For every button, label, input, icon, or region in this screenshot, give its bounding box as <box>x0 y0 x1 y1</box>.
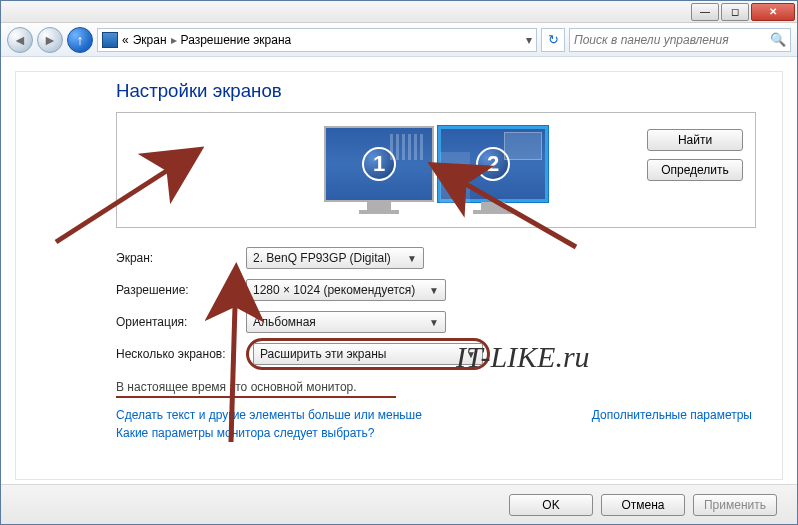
minimize-icon: — <box>700 6 710 17</box>
row-multi: Несколько экранов: Расширить эти экраны … <box>116 338 752 370</box>
select-multi[interactable]: Расширить эти экраны ▼ <box>253 343 483 365</box>
monitor-1[interactable]: 1 <box>324 126 434 214</box>
breadcrumb[interactable]: « Экран ▸ Разрешение экрана ▾ <box>97 28 537 52</box>
monitor-2[interactable]: 2 <box>438 126 548 214</box>
page-title: Настройки экранов <box>116 80 782 102</box>
select-screen[interactable]: 2. BenQ FP93GP (Digital) ▼ <box>246 247 424 269</box>
up-button[interactable]: ↑ <box>67 27 93 53</box>
cancel-button[interactable]: Отмена <box>601 494 685 516</box>
search-icon[interactable]: 🔍 <box>770 32 786 47</box>
select-resolution-value: 1280 × 1024 (рекомендуется) <box>253 283 415 297</box>
chevron-down-icon: ▼ <box>407 253 417 264</box>
primary-monitor-note: В настоящее время это основной монитор. <box>116 380 782 394</box>
forward-arrow-icon: ► <box>43 32 57 48</box>
link-bigger-text[interactable]: Сделать текст и другие элементы больше и… <box>116 408 422 422</box>
chevron-down-icon: ▼ <box>429 317 439 328</box>
link-advanced[interactable]: Дополнительные параметры <box>592 408 752 422</box>
dialog-footer: OK Отмена Применить <box>1 484 797 524</box>
row-orientation: Ориентация: Альбомная ▼ <box>116 306 752 338</box>
select-multi-value: Расширить эти экраны <box>260 347 386 361</box>
monitor-1-decoration-icon <box>390 134 426 160</box>
titlebar: — ◻ ✕ <box>1 1 797 23</box>
label-orientation: Ориентация: <box>116 315 246 329</box>
label-screen: Экран: <box>116 251 246 265</box>
search-input[interactable] <box>574 33 770 47</box>
refresh-button[interactable]: ↻ <box>541 28 565 52</box>
chevron-down-icon: ▼ <box>429 285 439 296</box>
monitor-2-decoration-icon <box>504 132 542 160</box>
ok-button[interactable]: OK <box>509 494 593 516</box>
maximize-icon: ◻ <box>731 6 739 17</box>
preview-buttons: Найти Определить <box>647 129 743 181</box>
control-panel-icon <box>102 32 118 48</box>
breadcrumb-prefix: « <box>122 33 129 47</box>
back-arrow-icon: ◄ <box>13 32 27 48</box>
apply-button[interactable]: Применить <box>693 494 777 516</box>
content: Настройки экранов 1 2 <box>15 71 783 480</box>
forward-button[interactable]: ► <box>37 27 63 53</box>
select-screen-value: 2. BenQ FP93GP (Digital) <box>253 251 391 265</box>
monitor-group: 1 2 <box>324 126 548 214</box>
label-multi: Несколько экранов: <box>116 347 246 361</box>
select-resolution[interactable]: 1280 × 1024 (рекомендуется) ▼ <box>246 279 446 301</box>
window: — ◻ ✕ ◄ ► ↑ « Экран ▸ Разрешение экрана … <box>0 0 798 525</box>
close-icon: ✕ <box>769 6 777 17</box>
label-resolution: Разрешение: <box>116 283 246 297</box>
breadcrumb-separator: ▸ <box>171 33 177 47</box>
minimize-button[interactable]: — <box>691 3 719 21</box>
maximize-button[interactable]: ◻ <box>721 3 749 21</box>
monitor-preview: 1 2 Найти Определить <box>116 112 756 228</box>
settings-form: Экран: 2. BenQ FP93GP (Digital) ▼ Разреш… <box>116 242 752 370</box>
annotation-underline <box>116 396 396 398</box>
link-which-params[interactable]: Какие параметры монитора следует выбрать… <box>116 426 375 440</box>
detect-button[interactable]: Определить <box>647 159 743 181</box>
annotation-highlight-oval: Расширить эти экраны ▼ <box>246 338 490 370</box>
breadcrumb-item-screen[interactable]: Экран <box>133 33 167 47</box>
refresh-icon: ↻ <box>548 32 559 47</box>
navbar: ◄ ► ↑ « Экран ▸ Разрешение экрана ▾ ↻ 🔍 <box>1 23 797 57</box>
search-box[interactable]: 🔍 <box>569 28 791 52</box>
back-button[interactable]: ◄ <box>7 27 33 53</box>
chevron-down-icon: ▼ <box>466 349 476 360</box>
select-orientation-value: Альбомная <box>253 315 316 329</box>
breadcrumb-item-resolution[interactable]: Разрешение экрана <box>181 33 292 47</box>
row-screen: Экран: 2. BenQ FP93GP (Digital) ▼ <box>116 242 752 274</box>
close-button[interactable]: ✕ <box>751 3 795 21</box>
breadcrumb-dropdown-icon[interactable]: ▾ <box>526 33 532 47</box>
up-arrow-icon: ↑ <box>77 32 84 48</box>
row-resolution: Разрешение: 1280 × 1024 (рекомендуется) … <box>116 274 752 306</box>
find-button[interactable]: Найти <box>647 129 743 151</box>
select-orientation[interactable]: Альбомная ▼ <box>246 311 446 333</box>
